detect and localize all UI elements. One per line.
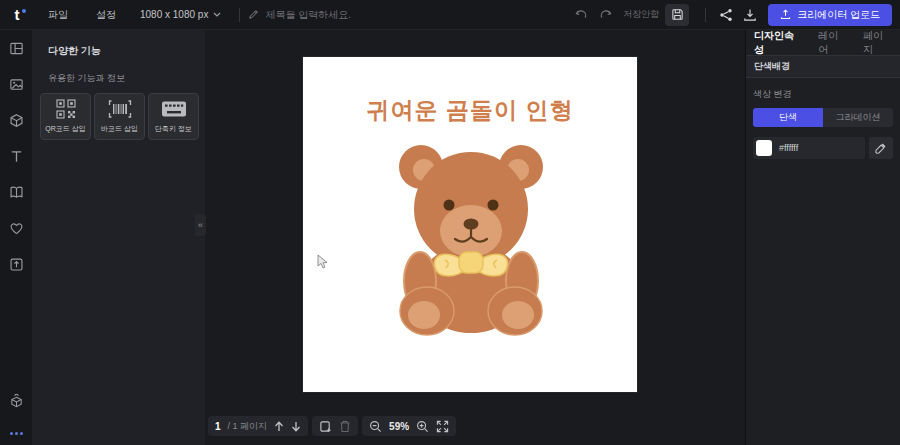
design-page[interactable]: 귀여운 곰돌이 인형 xyxy=(303,57,637,392)
document-title-placeholder: 제목을 입력하세요. xyxy=(265,8,351,22)
elements-icon xyxy=(9,113,24,128)
sidebar-item-favorites[interactable] xyxy=(0,210,32,246)
redo-button[interactable] xyxy=(593,3,617,27)
sidebar-item-photos[interactable] xyxy=(0,66,32,102)
chevron-down-icon xyxy=(213,12,221,17)
document-title-input[interactable]: 제목을 입력하세요. xyxy=(248,8,351,22)
zoom-level[interactable]: 59% xyxy=(389,421,409,432)
creator-upload-button[interactable]: 크리에이터 업로드 xyxy=(768,4,892,26)
design-heading-text[interactable]: 귀여운 곰돌이 인형 xyxy=(303,95,637,126)
panel-collapse-handle[interactable]: « xyxy=(195,214,206,236)
page-nav-group: 1 / 1 페이지 xyxy=(208,416,308,436)
upload-icon xyxy=(9,257,24,272)
page-up-button[interactable] xyxy=(274,421,284,432)
fill-mode-solid[interactable]: 단색 xyxy=(753,108,823,127)
qr-code-insert-card[interactable]: QR코드 삽입 xyxy=(40,93,91,140)
pencil-icon xyxy=(248,9,259,20)
undo-button[interactable] xyxy=(569,3,593,27)
color-change-label: 색상 변경 xyxy=(753,88,893,101)
menu-settings[interactable]: 설정 xyxy=(82,8,130,22)
page-current: 1 xyxy=(215,421,221,432)
sidebar-item-package[interactable] xyxy=(0,382,32,418)
tab-design-properties[interactable]: 디자인속성 xyxy=(754,29,802,57)
page-edit-group xyxy=(312,416,358,436)
eyedropper-button[interactable] xyxy=(869,137,893,159)
color-swatch[interactable] xyxy=(756,140,772,156)
qr-code-icon xyxy=(55,94,77,124)
download-button[interactable] xyxy=(738,3,762,27)
topbar-divider-right xyxy=(705,8,706,22)
color-hex-value: #ffffff xyxy=(779,143,798,153)
page-down-button[interactable] xyxy=(291,421,301,432)
sidebar-bottom xyxy=(0,382,32,439)
download-icon xyxy=(743,8,757,22)
zoom-group: 59% xyxy=(362,416,456,436)
upload-tray-icon xyxy=(780,9,791,20)
tab-pages[interactable]: 페이지 xyxy=(863,29,892,57)
feature-panel-subtitle: 유용한 기능과 정보 xyxy=(32,58,205,93)
canvas-bottom-toolbar: 1 / 1 페이지 5 xyxy=(208,416,456,436)
barcode-icon xyxy=(108,94,132,124)
tool-sidebar xyxy=(0,30,32,445)
background-color-input[interactable]: #ffffff xyxy=(753,137,865,159)
feature-cards: QR코드 삽입 바코드 삽입 xyxy=(32,93,205,140)
chevrons-left-icon: « xyxy=(198,220,203,230)
delete-page-button[interactable] xyxy=(339,420,351,433)
background-section-title: 단색배경 xyxy=(754,60,790,73)
app-logo-letter: t xyxy=(15,6,20,23)
background-section-header: 단색배경 xyxy=(746,56,900,78)
floppy-disk-icon xyxy=(671,8,684,21)
book-icon xyxy=(9,185,24,200)
sidebar-item-library[interactable] xyxy=(0,174,32,210)
feature-panel-title: 다양한 기능 xyxy=(32,30,205,58)
share-icon xyxy=(719,8,733,22)
page-total: / 1 페이지 xyxy=(228,420,268,433)
shortcut-info-card[interactable]: 단축키 정보 xyxy=(148,93,199,140)
image-icon xyxy=(9,77,24,92)
zoom-in-button[interactable] xyxy=(416,420,429,433)
background-color-row: #ffffff xyxy=(753,137,893,159)
share-button[interactable] xyxy=(714,3,738,27)
sidebar-item-text[interactable] xyxy=(0,138,32,174)
fit-screen-button[interactable] xyxy=(436,420,449,433)
menu-file[interactable]: 파일 xyxy=(34,8,82,22)
qr-code-card-label: QR코드 삽입 xyxy=(45,124,85,134)
topbar-divider xyxy=(239,8,240,22)
app-logo[interactable]: t xyxy=(0,6,34,23)
creator-upload-label: 크리에이터 업로드 xyxy=(797,8,880,22)
package-icon xyxy=(9,393,24,408)
add-page-button[interactable] xyxy=(319,420,332,433)
eyedropper-icon xyxy=(875,142,887,154)
text-icon xyxy=(9,149,24,164)
sidebar-item-elements[interactable] xyxy=(0,102,32,138)
heart-icon xyxy=(9,221,24,236)
feature-panel: 다양한 기능 유용한 기능과 정보 QR코드 삽입 xyxy=(32,30,205,445)
properties-panel: 디자인속성 레이어 페이지 단색배경 색상 변경 단색 그라데이션 #fffff… xyxy=(745,0,900,445)
save-status: 저장안함 xyxy=(623,8,659,21)
more-menu-dots-icon[interactable] xyxy=(6,428,27,439)
save-button[interactable] xyxy=(665,4,689,26)
canvas-size-value: 1080 x 1080 px xyxy=(140,9,208,20)
keyboard-icon xyxy=(161,94,187,124)
canvas-size-dropdown[interactable]: 1080 x 1080 px xyxy=(130,9,231,20)
teddy-bear-illustration[interactable] xyxy=(391,139,551,339)
design-editor-app: t 파일 설정 1080 x 1080 px 제목을 입력하세요. xyxy=(0,0,900,445)
template-icon xyxy=(9,41,24,56)
background-section-body: 색상 변경 단색 그라데이션 #ffffff xyxy=(746,78,900,169)
zoom-out-button[interactable] xyxy=(369,420,382,433)
barcode-insert-card[interactable]: 바코드 삽입 xyxy=(94,93,145,140)
sidebar-item-templates[interactable] xyxy=(0,30,32,66)
properties-tabs: 디자인속성 레이어 페이지 xyxy=(746,30,900,56)
barcode-card-label: 바코드 삽입 xyxy=(101,124,138,134)
logo-dot xyxy=(22,9,26,13)
sidebar-item-uploads[interactable] xyxy=(0,246,32,282)
shortcut-card-label: 단축키 정보 xyxy=(155,124,192,134)
fill-mode-gradient[interactable]: 그라데이션 xyxy=(823,108,893,127)
topbar-right: 저장안함 xyxy=(569,0,900,30)
top-bar: t 파일 설정 1080 x 1080 px 제목을 입력하세요. xyxy=(0,0,900,30)
fill-mode-toggle: 단색 그라데이션 xyxy=(753,108,893,127)
canvas-workspace[interactable]: 귀여운 곰돌이 인형 xyxy=(205,30,745,445)
tab-layers[interactable]: 레이어 xyxy=(818,29,847,57)
